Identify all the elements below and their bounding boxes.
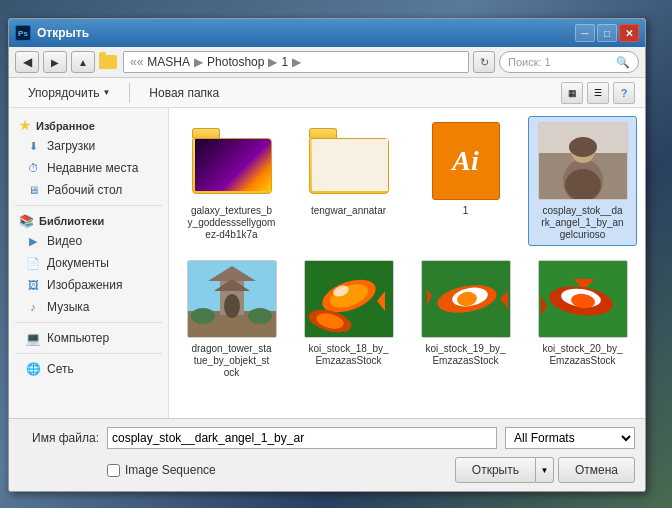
image-sequence-label: Image Sequence — [125, 463, 216, 477]
dragon-svg — [188, 261, 276, 337]
sidebar-item-downloads[interactable]: ⬇ Загрузки — [9, 135, 168, 157]
sidebar-item-computer[interactable]: 💻 Компьютер — [9, 327, 168, 349]
sidebar-divider-2 — [15, 322, 162, 323]
koi18-svg — [305, 261, 393, 337]
libraries-section: 📚 Библиотеки ▶ Видео 📄 Документы 🖼 Изобр… — [9, 210, 168, 318]
minimize-button[interactable]: ─ — [575, 24, 595, 42]
toolbar: Упорядочить ▼ Новая папка ▦ ☰ ? — [9, 78, 645, 108]
back-button[interactable]: ◀ — [15, 51, 39, 73]
file-item-koi18[interactable]: koi_stock_18_by_EmzazasStock — [294, 254, 403, 384]
svg-point-11 — [224, 294, 240, 318]
file-item-cosplay[interactable]: cosplay_stok__dark_angel_1_by_angelcurio… — [528, 116, 637, 246]
toolbar-right: ▦ ☰ ? — [561, 82, 635, 104]
file-name-cosplay: cosplay_stok__dark_angel_1_by_angelcurio… — [541, 205, 623, 241]
refresh-button[interactable]: ↻ — [473, 51, 495, 73]
help-button[interactable]: ? — [613, 82, 635, 104]
downloads-icon: ⬇ — [25, 138, 41, 154]
organize-arrow-icon: ▼ — [102, 88, 110, 97]
network-label: Сеть — [47, 362, 74, 376]
libraries-icon: 📚 — [19, 214, 34, 228]
path-sep3: ▶ — [268, 55, 277, 69]
koi19-svg — [422, 261, 510, 337]
sidebar-item-recent[interactable]: ⏱ Недавние места — [9, 157, 168, 179]
search-box[interactable]: Поиск: 1 🔍 — [499, 51, 639, 73]
sidebar-item-video[interactable]: ▶ Видео — [9, 230, 168, 252]
organize-button[interactable]: Упорядочить ▼ — [19, 82, 119, 104]
file-item-koi19[interactable]: koi_stock_19_by_EmzazasStock — [411, 254, 520, 384]
title-bar-controls: ─ □ ✕ — [575, 24, 639, 42]
ps-icon: Ps — [15, 25, 31, 41]
sidebar-item-images[interactable]: 🖼 Изображения — [9, 274, 168, 296]
close-button[interactable]: ✕ — [619, 24, 639, 42]
image-sequence-checkbox[interactable] — [107, 464, 120, 477]
file-item-ai[interactable]: Ai 1 — [411, 116, 520, 246]
desktop-label: Рабочий стол — [47, 183, 122, 197]
sidebar-item-music[interactable]: ♪ Музыка — [9, 296, 168, 318]
file-item-tengwar[interactable]: tengwar_annatar — [294, 116, 403, 246]
file-thumb-koi20 — [538, 259, 628, 339]
koi20-svg — [539, 261, 627, 337]
path-photoshop: Photoshop — [207, 55, 264, 69]
path-sep4: ▶ — [292, 55, 301, 69]
bottom-bar: Имя файла: All Formats Image Sequence От… — [9, 418, 645, 491]
view-button-2[interactable]: ☰ — [587, 82, 609, 104]
path-masha: MASHA — [147, 55, 190, 69]
open-arrow-button[interactable]: ▼ — [536, 457, 554, 483]
file-thumb-cosplay — [538, 121, 628, 201]
open-dialog: Ps Открыть ─ □ ✕ ◀ ▶ ▲ «« MASHA ▶ Photos… — [8, 18, 646, 492]
folder-galaxy — [192, 128, 272, 194]
documents-label: Документы — [47, 256, 109, 270]
file-item-galaxy[interactable]: galaxy_textures_by_goddesssellygomez-d4b… — [177, 116, 286, 246]
file-grid-container: galaxy_textures_by_goddesssellygomez-d4b… — [169, 108, 645, 418]
file-name-dragon: dragon_tower_statue_by_objekt_stock — [191, 343, 271, 379]
format-selector: All Formats — [505, 427, 635, 449]
filename-input[interactable] — [107, 427, 497, 449]
documents-icon: 📄 — [25, 255, 41, 271]
svg-point-4 — [569, 137, 597, 157]
folder-body-tengwar — [309, 138, 389, 194]
title-bar: Ps Открыть ─ □ ✕ — [9, 19, 645, 47]
network-icon: 🌐 — [25, 361, 41, 377]
libraries-label: Библиотеки — [39, 215, 104, 227]
up-button[interactable]: ▲ — [71, 51, 95, 73]
star-icon: ★ — [19, 118, 31, 133]
search-icon: 🔍 — [616, 56, 630, 69]
file-item-dragon[interactable]: dragon_tower_statue_by_objekt_stock — [177, 254, 286, 384]
recent-icon: ⏱ — [25, 160, 41, 176]
address-bar: ◀ ▶ ▲ «« MASHA ▶ Photoshop ▶ 1 ▶ ↻ Поиск… — [9, 47, 645, 78]
tengwar-preview — [312, 139, 388, 191]
open-arrow-icon: ▼ — [540, 466, 548, 475]
new-folder-button[interactable]: Новая папка — [140, 82, 228, 104]
toolbar-divider — [129, 83, 130, 103]
svg-point-12 — [191, 308, 215, 324]
filename-label: Имя файла: — [19, 431, 99, 445]
sidebar-item-documents[interactable]: 📄 Документы — [9, 252, 168, 274]
computer-section: 💻 Компьютер — [9, 327, 168, 349]
actions-row: Image Sequence Открыть ▼ Отмена — [19, 457, 635, 483]
folder-tengwar — [309, 128, 389, 194]
dialog-title: Открыть — [37, 26, 89, 40]
view-button-1[interactable]: ▦ — [561, 82, 583, 104]
network-section: 🌐 Сеть — [9, 358, 168, 380]
open-button[interactable]: Открыть — [455, 457, 536, 483]
main-area: ★ Избранное ⬇ Загрузки ⏱ Недавние места … — [9, 108, 645, 418]
favorites-header: ★ Избранное — [9, 114, 168, 135]
music-label: Музыка — [47, 300, 89, 314]
sidebar-item-network[interactable]: 🌐 Сеть — [9, 358, 168, 380]
format-select[interactable]: All Formats — [505, 427, 635, 449]
ai-file-icon: Ai — [432, 122, 500, 200]
file-name-koi18: koi_stock_18_by_EmzazasStock — [308, 343, 388, 367]
address-path[interactable]: «« MASHA ▶ Photoshop ▶ 1 ▶ — [123, 51, 469, 73]
filename-row: Имя файла: All Formats — [19, 427, 635, 449]
forward-button[interactable]: ▶ — [43, 51, 67, 73]
file-item-koi20[interactable]: koi_stock_20_by_EmzazasStock — [528, 254, 637, 384]
sidebar-item-desktop[interactable]: 🖥 Рабочий стол — [9, 179, 168, 201]
images-icon: 🖼 — [25, 277, 41, 293]
file-name-koi20: koi_stock_20_by_EmzazasStock — [542, 343, 622, 367]
file-thumb-koi18 — [304, 259, 394, 339]
maximize-button[interactable]: □ — [597, 24, 617, 42]
cancel-button[interactable]: Отмена — [558, 457, 635, 483]
sidebar-divider-3 — [15, 353, 162, 354]
action-buttons: Открыть ▼ Отмена — [455, 457, 635, 483]
music-icon: ♪ — [25, 299, 41, 315]
